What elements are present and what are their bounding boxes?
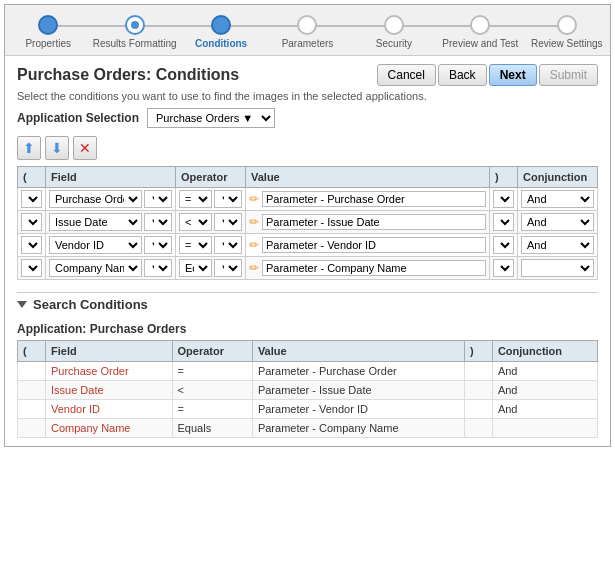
- summary-table-header: ( Field Operator Value ) Conjunction: [18, 341, 598, 362]
- row4-field-select[interactable]: Company Name: [49, 259, 142, 277]
- search-conditions-header[interactable]: Search Conditions: [17, 292, 598, 316]
- sum-row1-close: [464, 362, 492, 381]
- row2-value-input[interactable]: [262, 214, 486, 230]
- back-button[interactable]: Back: [438, 64, 487, 86]
- row4-close-paren-select[interactable]: ▼: [493, 259, 514, 277]
- row3-edit-icon[interactable]: ✏: [249, 238, 259, 252]
- collapse-icon: [17, 301, 27, 308]
- sum-row3-val: Parameter - Vendor ID: [252, 400, 464, 419]
- search-app-subtitle: Application: Purchase Orders: [17, 322, 598, 336]
- row4-value-input[interactable]: [262, 260, 486, 276]
- move-down-button[interactable]: ⬇: [45, 136, 69, 160]
- row1-conjunction-select[interactable]: And: [521, 190, 594, 208]
- row4-open-paren-select[interactable]: ▼: [21, 259, 42, 277]
- submit-button[interactable]: Submit: [539, 64, 598, 86]
- wizard-step-results[interactable]: Results Formatting: [91, 15, 177, 49]
- sum-row4-op: Equals: [172, 419, 252, 438]
- row2-edit-icon[interactable]: ✏: [249, 215, 259, 229]
- row3-conjunction-select[interactable]: And: [521, 236, 594, 254]
- summary-row-3: Vendor ID = Parameter - Vendor ID And: [18, 400, 598, 419]
- sum-row3-close: [464, 400, 492, 419]
- step-label-parameters: Parameters: [282, 38, 334, 49]
- conditions-toolbar: ⬆ ⬇ ✕: [17, 136, 598, 160]
- app-selection-row: Application Selection Purchase Orders ▼: [17, 108, 598, 128]
- col-conjunction: Conjunction: [518, 167, 598, 188]
- col-operator: Operator: [176, 167, 246, 188]
- row1-open-paren-select[interactable]: ▼: [21, 190, 42, 208]
- page-title: Purchase Orders: Conditions: [17, 66, 239, 84]
- app-selection-label: Application Selection: [17, 111, 139, 125]
- wizard-step-review[interactable]: Review Settings: [524, 15, 610, 49]
- col-close-paren: ): [490, 167, 518, 188]
- row4-operator-type-select[interactable]: ▼: [214, 259, 242, 277]
- step-label-conditions: Conditions: [195, 38, 247, 49]
- row2-field-select[interactable]: Issue Date: [49, 213, 142, 231]
- conditions-table: ( Field Operator Value ) Conjunction ▼ P…: [17, 166, 598, 280]
- row1-operator-type-select[interactable]: ▼: [214, 190, 242, 208]
- row2-field-type-select[interactable]: ▼: [144, 213, 172, 231]
- row3-operator-select[interactable]: =: [179, 236, 212, 254]
- sum-row3-open: [18, 400, 46, 419]
- sum-row2-close: [464, 381, 492, 400]
- row1-field-cell: Purchase Order ▼: [46, 188, 176, 211]
- row2-operator-type-select[interactable]: ▼: [214, 213, 242, 231]
- move-up-button[interactable]: ⬆: [17, 136, 41, 160]
- sum-row4-field: Company Name: [46, 419, 173, 438]
- app-selection-dropdown[interactable]: Purchase Orders ▼: [147, 108, 275, 128]
- summary-row-4: Company Name Equals Parameter - Company …: [18, 419, 598, 438]
- sum-row3-op: =: [172, 400, 252, 419]
- header-buttons: Cancel Back Next Submit: [377, 64, 598, 86]
- sum-row4-close: [464, 419, 492, 438]
- row2-operator-select[interactable]: <: [179, 213, 212, 231]
- conditions-table-header: ( Field Operator Value ) Conjunction: [18, 167, 598, 188]
- wizard-step-parameters[interactable]: Parameters: [264, 15, 350, 49]
- row1-operator-select[interactable]: =: [179, 190, 212, 208]
- condition-row-2: ▼ Issue Date ▼ < ▼: [18, 211, 598, 234]
- row3-open-paren-select[interactable]: ▼: [21, 236, 42, 254]
- delete-button[interactable]: ✕: [73, 136, 97, 160]
- row1-field-select[interactable]: Purchase Order: [49, 190, 142, 208]
- row3-field-select[interactable]: Vendor ID: [49, 236, 142, 254]
- step-circle-properties: [38, 15, 58, 35]
- row1-conjunction-cell: And: [518, 188, 598, 211]
- row2-close-paren-select[interactable]: ▼: [493, 213, 514, 231]
- wizard-step-preview[interactable]: Preview and Test: [437, 15, 523, 49]
- cancel-button[interactable]: Cancel: [377, 64, 436, 86]
- wizard-steps: Properties Results Formatting Conditions…: [5, 15, 610, 49]
- wizard-step-conditions[interactable]: Conditions: [178, 15, 264, 49]
- row4-conjunction-select[interactable]: [521, 259, 594, 277]
- row3-value-input[interactable]: [262, 237, 486, 253]
- summary-row-2: Issue Date < Parameter - Issue Date And: [18, 381, 598, 400]
- sum-row1-field: Purchase Order: [46, 362, 173, 381]
- next-button[interactable]: Next: [489, 64, 537, 86]
- step-circle-security: [384, 15, 404, 35]
- step-label-security: Security: [376, 38, 412, 49]
- row1-field-type-select[interactable]: ▼: [144, 190, 172, 208]
- page-header: Purchase Orders: Conditions Cancel Back …: [17, 64, 598, 86]
- row3-close-paren-select[interactable]: ▼: [493, 236, 514, 254]
- step-circle-conditions: [211, 15, 231, 35]
- row4-operator-select[interactable]: Equa: [179, 259, 212, 277]
- row1-value-input[interactable]: [262, 191, 486, 207]
- row1-operator-cell: = ▼: [176, 188, 246, 211]
- col-open-paren: (: [18, 167, 46, 188]
- row1-close-paren-select[interactable]: ▼: [493, 190, 514, 208]
- step-label-preview: Preview and Test: [442, 38, 518, 49]
- row1-edit-icon[interactable]: ✏: [249, 192, 259, 206]
- sum-row1-op: =: [172, 362, 252, 381]
- row4-field-type-select[interactable]: ▼: [144, 259, 172, 277]
- wizard-step-security[interactable]: Security: [351, 15, 437, 49]
- row4-edit-icon[interactable]: ✏: [249, 261, 259, 275]
- row1-open-paren: ▼: [18, 188, 46, 211]
- step-label-results: Results Formatting: [93, 38, 177, 49]
- search-conditions-title: Search Conditions: [33, 297, 148, 312]
- sum-col-conjunction: Conjunction: [492, 341, 597, 362]
- row2-conjunction-select[interactable]: And: [521, 213, 594, 231]
- row3-operator-type-select[interactable]: ▼: [214, 236, 242, 254]
- row3-field-type-select[interactable]: ▼: [144, 236, 172, 254]
- condition-row-3: ▼ Vendor ID ▼ = ▼: [18, 234, 598, 257]
- wizard-step-properties[interactable]: Properties: [5, 15, 91, 49]
- step-circle-results: [125, 15, 145, 35]
- sum-row4-val: Parameter - Company Name: [252, 419, 464, 438]
- row2-open-paren-select[interactable]: ▼: [21, 213, 42, 231]
